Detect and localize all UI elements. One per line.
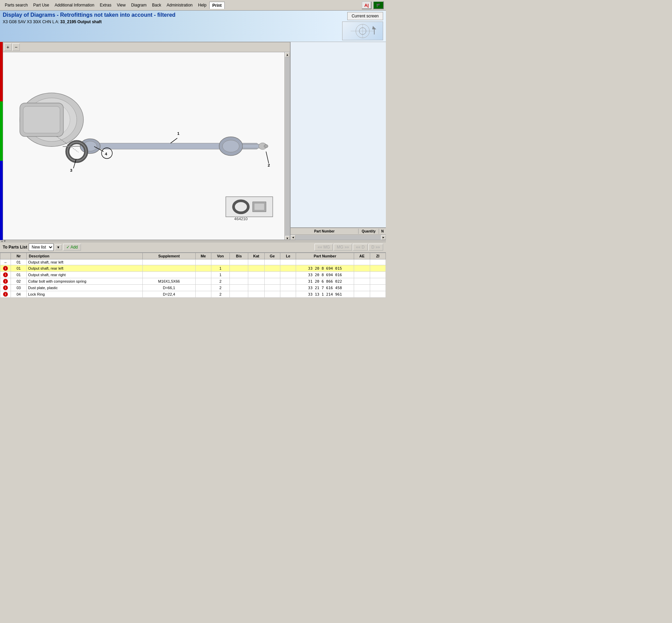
subtitle-prefix: X3 G08 SAV X3 30iX CHN L A:: [3, 19, 59, 24]
toolbar-btn-a[interactable]: A|: [362, 1, 372, 9]
header-title-block: Display of Diagrams - Retrofittings not …: [3, 12, 342, 24]
svg-point-17: [264, 144, 268, 148]
row-von: 2: [211, 291, 229, 298]
row-me: [195, 278, 211, 285]
row-kat: [248, 291, 264, 298]
row-le: [280, 285, 296, 291]
info-icon[interactable]: i: [3, 292, 8, 297]
th-nr: Nr: [11, 253, 26, 259]
svg-text:4: 4: [105, 152, 107, 156]
menu-help[interactable]: Help: [195, 2, 209, 9]
h-scroll-left-arrow[interactable]: ◄: [291, 235, 295, 240]
menu-extras[interactable]: Extras: [97, 2, 114, 9]
th-ae: AE: [354, 253, 370, 259]
row-ae: [354, 278, 370, 285]
nav-mg-next-button[interactable]: MG »»: [334, 244, 352, 251]
header-logo: [342, 22, 383, 40]
row-supplement: D=66,1: [143, 285, 196, 291]
row-bis: [230, 278, 248, 285]
row-zi: [370, 291, 386, 298]
to-parts-list-label: To Parts List: [3, 245, 27, 250]
row-bis: [230, 259, 248, 265]
table-row[interactable]: i03Dust plate, plasticD=66,1233 21 7 616…: [0, 285, 386, 291]
scroll-down-arrow[interactable]: ▼: [285, 236, 290, 240]
th-description: Description: [27, 253, 143, 259]
row-icon-cell: i: [0, 291, 11, 298]
add-button[interactable]: ✓ Add: [63, 244, 81, 251]
svg-point-14: [223, 140, 239, 152]
row-le: [280, 278, 296, 285]
table-row[interactable]: i04Lock RingD=22,4233 13 1 214 961: [0, 291, 386, 298]
nav-buttons: «« MG MG »» «« D D »»: [314, 244, 383, 251]
diagram-scrollbar[interactable]: ▲ ▼: [284, 52, 290, 240]
row-part-number: 33 13 1 214 961: [296, 291, 354, 298]
row-icon-cell: i: [0, 278, 11, 285]
toolbar-btn-flag[interactable]: 🏴: [373, 1, 384, 9]
diagram-panel: + −: [3, 42, 290, 240]
nav-mg-prev-button[interactable]: «« MG: [314, 244, 333, 251]
info-icon[interactable]: i: [3, 279, 8, 284]
nav-d-prev-button[interactable]: «« D: [353, 244, 367, 251]
menu-back[interactable]: Back: [149, 2, 164, 9]
row-nr: 04: [11, 291, 26, 298]
list-dropdown-arrow[interactable]: ▼: [55, 244, 62, 250]
row-supplement: [143, 272, 196, 278]
info-icon[interactable]: i: [3, 266, 8, 271]
info-icon[interactable]: i: [3, 285, 8, 290]
list-select[interactable]: New list: [29, 243, 54, 251]
table-row[interactable]: i01Output shaft, rear left133 20 8 694 0…: [0, 265, 386, 272]
right-col-partnumber: Part Number: [291, 229, 359, 234]
bottom-toolbar: To Parts List New list ▼ ✓ Add «« MG MG …: [0, 242, 386, 253]
row-zi: [370, 259, 386, 265]
h-scroll-track[interactable]: [295, 235, 381, 240]
menu-part-use[interactable]: Part Use: [30, 2, 52, 9]
row-description: Output shaft, rear left: [27, 265, 143, 272]
menu-additional-information[interactable]: Additional Information: [52, 2, 97, 9]
svg-marker-33: [254, 203, 264, 210]
menu-items: Parts search Part Use Additional Informa…: [2, 2, 362, 9]
h-scroll-right-arrow[interactable]: ►: [381, 235, 386, 240]
menu-diagram[interactable]: Diagram: [128, 2, 149, 9]
row-part-number: 33 20 8 694 015: [296, 265, 354, 272]
table-row[interactable]: –01Output shaft, rear left: [0, 259, 386, 265]
table-row[interactable]: i01Output shaft, rear right133 20 8 694 …: [0, 272, 386, 278]
row-ae: [354, 291, 370, 298]
row-ae: [354, 272, 370, 278]
left-color-strip: [0, 42, 3, 240]
menu-print[interactable]: Print: [209, 2, 225, 9]
th-icon: [0, 253, 11, 259]
row-ae: [354, 265, 370, 272]
nav-d-next-button[interactable]: D »»: [368, 244, 383, 251]
diagram-toolbar: + −: [3, 42, 290, 52]
row-le: [280, 259, 296, 265]
menu-administration[interactable]: Administration: [164, 2, 195, 9]
right-col-quantity: Quantity: [359, 229, 379, 234]
row-part-number: 33 21 7 616 458: [296, 285, 354, 291]
svg-line-29: [63, 146, 81, 146]
menubar: Parts search Part Use Additional Informa…: [0, 0, 386, 11]
menu-parts-search[interactable]: Parts search: [2, 2, 30, 9]
row-von: 2: [211, 285, 229, 291]
row-icon-cell: i: [0, 285, 11, 291]
row-kat: [248, 285, 264, 291]
row-ge: [264, 265, 280, 272]
svg-rect-9: [23, 106, 60, 133]
svg-text:2: 2: [268, 163, 270, 167]
row-von: 1: [211, 265, 229, 272]
th-supplement: Supplement: [143, 253, 196, 259]
th-zi: ZI: [370, 253, 386, 259]
header-subtitle: X3 G08 SAV X3 30iX CHN L A: 33_2195 Outp…: [3, 19, 342, 24]
h-scrollbar[interactable]: ◄ ►: [291, 235, 386, 240]
row-bis: [230, 265, 248, 272]
th-le: Le: [280, 253, 296, 259]
row-me: [195, 265, 211, 272]
scroll-up-arrow[interactable]: ▲: [285, 52, 290, 57]
info-icon[interactable]: i: [3, 272, 8, 277]
menu-view[interactable]: View: [114, 2, 128, 9]
zoom-in-button[interactable]: +: [4, 43, 12, 51]
table-row[interactable]: i02Collar bolt with compression springM1…: [0, 278, 386, 285]
current-screen-button[interactable]: Current screen: [347, 12, 383, 20]
zoom-out-button[interactable]: −: [12, 43, 20, 51]
scroll-track[interactable]: [285, 57, 290, 236]
row-ge: [264, 291, 280, 298]
